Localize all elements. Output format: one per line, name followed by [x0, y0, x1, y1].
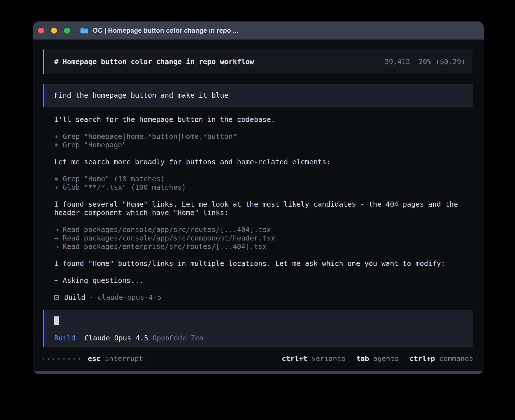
terminal-window: OC | Homepage button color change in rep…	[33, 21, 484, 374]
commands-hint: ctrl+p commands	[409, 355, 473, 363]
folder-icon	[80, 27, 89, 34]
ctrl-t-key-hint: ctrl+t	[282, 355, 307, 363]
asking-questions-status: ~ Asking questions...	[54, 276, 473, 285]
window-title-group: OC | Homepage button color change in rep…	[80, 27, 238, 34]
prompt-input[interactable]: Build Claude Opus 4.5 OpenCode Zen	[43, 310, 473, 347]
assistant-transcript: I'll search for the homepage button in t…	[43, 115, 473, 302]
activity-dots	[43, 358, 80, 360]
agents-label: agents	[373, 355, 399, 363]
interrupt-label: interrupt	[105, 355, 143, 363]
tool-call-group: ∗ Grep "Home" (18 matches) ∗ Glob "**/*.…	[54, 175, 473, 192]
agent-status: Build · claude-opus-4-5	[54, 293, 473, 302]
minimize-button[interactable]	[51, 28, 57, 34]
desktop: { "titlebar": { "title": "OC | Homepage …	[0, 0, 515, 420]
agent-mode-label: Build	[54, 334, 75, 342]
assistant-text: I'll search for the homepage button in t…	[54, 115, 473, 124]
ctrl-p-key-hint: ctrl+p	[409, 355, 435, 363]
commands-label: commands	[439, 355, 473, 363]
assistant-text: I found several "Home" links. Let me loo…	[54, 200, 473, 217]
tool-call-read: → Read packages/enterprise/src/routes/[.…	[54, 242, 473, 251]
tool-call-group: ∗ Grep "homepage|home.*button|Home.*butt…	[54, 132, 473, 149]
user-message: Find the homepage button and make it blu…	[43, 84, 473, 107]
model-label: Claude Opus 4.5	[84, 334, 148, 342]
session-title: # Homepage button color change in repo w…	[54, 58, 254, 66]
tab-key-hint: tab	[356, 355, 369, 363]
variants-label: variants	[311, 355, 345, 363]
input-meta: Build Claude Opus 4.5 OpenCode Zen	[54, 334, 473, 342]
zoom-button[interactable]	[64, 28, 70, 34]
status-bar: esc interrupt ctrl+t variants tab agents…	[43, 355, 473, 363]
agent-build-icon	[54, 295, 59, 300]
agent-name: Build	[64, 293, 85, 302]
session-header: # Homepage button color change in repo w…	[43, 49, 473, 74]
tool-call-grep: ∗ Grep "Homepage"	[54, 141, 473, 149]
tool-call-glob: ∗ Glob "**/*.tsx" (100 matches)	[54, 183, 473, 192]
variants-hint: ctrl+t variants	[282, 355, 346, 363]
agent-model: claude-opus-4-5	[97, 293, 161, 302]
status-bar-left: esc interrupt	[43, 355, 143, 363]
traffic-lights	[33, 28, 70, 34]
assistant-text: I found "Home" buttons/links in multiple…	[54, 259, 473, 268]
status-bar-right: ctrl+t variants tab agents ctrl+p comman…	[282, 355, 473, 363]
agents-hint: tab agents	[356, 355, 399, 363]
terminal-content: # Homepage button color change in repo w…	[33, 40, 484, 371]
session-stats: 39,413 20% ($0.29)	[385, 58, 465, 66]
assistant-text: Let me search more broadly for buttons a…	[54, 158, 473, 166]
user-message-text: Find the homepage button and make it blu…	[54, 91, 228, 100]
context-usage: 20% ($0.29)	[418, 58, 465, 66]
text-cursor	[54, 316, 59, 325]
esc-key-hint: esc	[88, 355, 101, 363]
tool-call-read: → Read packages/console/app/src/routes/[…	[54, 226, 473, 234]
token-count: 39,413	[385, 58, 410, 66]
window-title: OC | Homepage button color change in rep…	[93, 27, 238, 34]
agent-separator: ·	[89, 293, 93, 302]
tool-call-grep: ∗ Grep "homepage|home.*button|Home.*butt…	[54, 132, 473, 141]
provider-label: OpenCode Zen	[152, 334, 204, 342]
titlebar: OC | Homepage button color change in rep…	[33, 21, 484, 40]
tool-call-read: → Read packages/console/app/src/componen…	[54, 234, 473, 242]
tool-call-grep: ∗ Grep "Home" (18 matches)	[54, 175, 473, 183]
tool-call-group: → Read packages/console/app/src/routes/[…	[54, 226, 473, 251]
close-button[interactable]	[38, 28, 44, 34]
